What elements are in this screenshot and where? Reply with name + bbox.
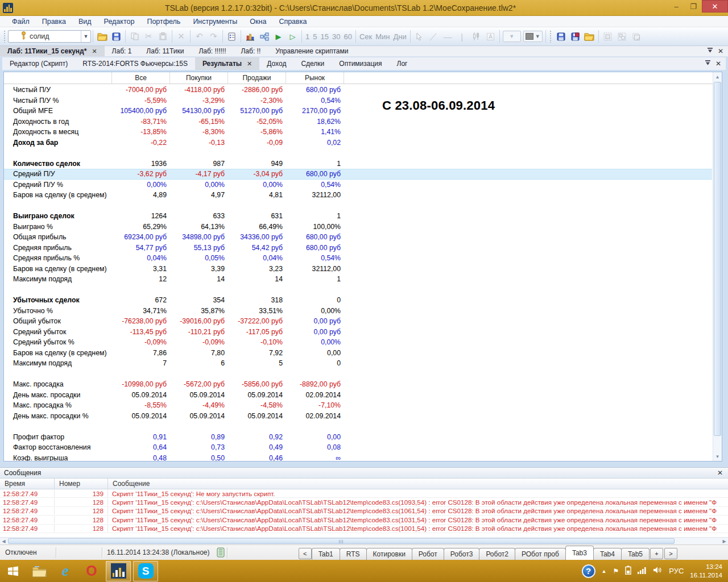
battery-icon[interactable] [625, 566, 631, 576]
message-row[interactable]: 12:58:27.49128Скрипт '11Тики_15 секунд':… [0, 525, 728, 533]
workspace-tab[interactable]: Tab1 [312, 548, 340, 560]
document-tab[interactable]: Сделки [293, 57, 332, 70]
column-header[interactable]: Продажи [228, 72, 286, 84]
add-tab-button[interactable]: + [650, 548, 663, 559]
menu-item[interactable]: Файл [6, 16, 36, 27]
instrument-selector[interactable]: солид ▼ [8, 30, 91, 43]
tray-clock[interactable]: 13:24 16.11.2014 [690, 563, 722, 580]
horizontal-scrollbar[interactable]: ◀ ▶ [0, 537, 728, 544]
workspace-tab[interactable]: Робот [412, 548, 444, 560]
document-tab[interactable]: RTS-2014:FORTS Фьючерсы:15S [75, 57, 195, 70]
action-center-flag-icon[interactable]: ⚑ [613, 567, 619, 575]
menu-item[interactable]: Справка [272, 16, 313, 27]
timeframe-button[interactable]: 5 [311, 32, 318, 41]
timeframe-unit-button[interactable]: Мин [374, 32, 391, 41]
start-button[interactable] [0, 560, 26, 582]
tabs-scroll-right-button[interactable]: > [664, 548, 677, 559]
lab-tab[interactable]: Лаб: !!!!!! [191, 46, 233, 56]
table-row[interactable]: Фактор восстановления0,640,730,490,08 [4, 442, 712, 453]
tabs-scroll-left-button[interactable]: < [299, 548, 312, 559]
message-row[interactable]: 12:58:27.49128Скрипт '11Тики_15 секунд':… [0, 498, 728, 506]
table-row[interactable]: Максимум подряд7650 [4, 358, 712, 369]
table-row[interactable]: Выиграно сделок12646336311 [4, 211, 712, 222]
scrollbar-thumb[interactable] [714, 82, 721, 436]
table-row[interactable]: Общая прибыль69234,00 руб34898,00 руб343… [4, 232, 712, 243]
lab-tab[interactable]: Лаб: 1 [105, 46, 139, 56]
network-signal-icon[interactable] [638, 566, 647, 576]
timeframe-button[interactable]: 30 [330, 32, 342, 41]
table-row[interactable]: Доходность в год-83,71%-65,15%-52,05%18,… [4, 117, 712, 127]
column-header-message[interactable]: Сообщение [108, 479, 728, 489]
menu-item[interactable]: Вид [72, 16, 98, 27]
scroll-left-icon[interactable]: ◀ [0, 538, 7, 544]
timeframe-button[interactable]: 60 [342, 32, 353, 41]
pin-panel-icon[interactable] [705, 60, 711, 68]
workspace-tab[interactable]: Котировки [366, 548, 412, 560]
language-indicator[interactable]: РУС [669, 567, 684, 575]
document-tab[interactable]: Доход [259, 57, 293, 70]
workspace-tab[interactable]: Tab4 [593, 548, 622, 560]
close-tab-icon[interactable]: ✕ [247, 60, 252, 68]
table-row[interactable]: Баров на сделку (в среднем)3,313,393,233… [4, 264, 712, 275]
column-header[interactable]: Рынок [286, 72, 344, 84]
table-row[interactable]: Коэф. выигрыша0,480,500,46∞ [4, 453, 712, 462]
close-tab-icon[interactable]: ✕ [92, 48, 97, 55]
column-header[interactable]: Все [112, 72, 170, 84]
tray-expand-icon[interactable]: ▲ [602, 568, 607, 574]
message-row[interactable]: 12:58:27.49139Скрипт '11Тики_15 секунд':… [0, 489, 728, 498]
table-row[interactable]: Средний убыток-113,45 руб-110,21 руб-117… [4, 327, 712, 338]
chevron-down-icon[interactable]: ▼ [81, 31, 90, 42]
workspace-tab[interactable]: Робот2 [479, 548, 515, 560]
help-icon[interactable]: ? [582, 564, 595, 578]
table-row[interactable]: Макс. просадка %-8,55%-4,49%-4,58%-7,10% [4, 400, 712, 411]
color-picker-button[interactable]: ▼ [523, 31, 543, 42]
toolbar-grip[interactable] [3, 30, 6, 43]
timeframe-button[interactable]: 15 [318, 32, 330, 41]
skype-taskbar-button[interactable]: S [133, 561, 158, 581]
lab-tab[interactable]: Управление скриптами [268, 46, 355, 56]
workspace-tab[interactable]: Tab3 [565, 546, 594, 560]
menu-item[interactable]: Инструменты [187, 16, 243, 27]
table-row[interactable]: Количество сделок19369879491 [4, 159, 712, 169]
close-panel-icon[interactable]: ✕ [715, 60, 721, 68]
table-row[interactable]: Средняя прибыль %0,04%0,05%0,04%0,54% [4, 253, 712, 264]
run-step-button[interactable]: ▷ [286, 30, 300, 43]
table-row[interactable]: Убыточных сделок6723543180 [4, 295, 712, 306]
table-row[interactable]: Доходность в месяц-13,85%-8,30%-5,86%1,4… [4, 127, 712, 138]
tslab-taskbar-button[interactable] [106, 561, 131, 581]
table-row[interactable]: Чистый П/У-7004,00 руб-4118,00 руб-2886,… [4, 85, 712, 95]
lab-tab[interactable]: Лаб: 11Тики [139, 46, 191, 56]
properties-button[interactable] [225, 30, 239, 43]
menu-item[interactable]: Портфель [140, 16, 187, 27]
timeframe-unit-button[interactable]: Дни [391, 32, 408, 41]
table-row[interactable]: Баров на сделку (в среднем)4,894,974,813… [4, 190, 712, 201]
table-row[interactable]: Доход за бар-0,22-0,13-0,090,02 [4, 138, 712, 148]
table-row[interactable]: Средний П/У-3,62 руб-4,17 руб-3,04 руб68… [4, 169, 712, 180]
table-row[interactable]: Выиграно %65,29%64,13%66,49%100,00% [4, 222, 712, 232]
menu-item[interactable]: Правка [36, 16, 72, 27]
menu-item[interactable]: Окна [243, 16, 272, 27]
save-layout-button[interactable] [554, 30, 568, 43]
log-icon[interactable] [214, 547, 227, 558]
run-button[interactable]: ▶ [271, 30, 286, 43]
workspace-tab[interactable]: Робот3 [444, 548, 480, 560]
save-button[interactable] [109, 30, 123, 43]
timeframe-unit-button[interactable]: Сек [358, 32, 374, 41]
message-row[interactable]: 12:58:27.49128Скрипт '11Тики_15 секунд':… [0, 516, 728, 524]
line-width-selector[interactable]: ▼ [503, 31, 521, 42]
table-row[interactable]: Макс. просадка-10998,00 руб-5672,00 руб-… [4, 379, 712, 390]
document-tab[interactable]: Редактор (Скрипт) [2, 57, 75, 70]
document-tab[interactable]: Лог [390, 57, 415, 70]
table-row[interactable]: Общий убыток-76238,00 руб-39016,00 руб-3… [4, 316, 712, 327]
table-row[interactable]: Средний П/У %0,00%0,00%0,00%0,54% [4, 180, 712, 190]
message-row[interactable]: 12:58:27.49128Скрипт '11Тики_15 секунд':… [0, 507, 728, 516]
workspace-tab[interactable]: Tab5 [621, 548, 650, 560]
open-button[interactable] [95, 30, 109, 43]
column-header[interactable]: Покупки [170, 72, 228, 84]
table-row[interactable]: День макс. просадки05.09.201405.09.20140… [4, 390, 712, 401]
table-row[interactable]: Чистый П/У %-5,59%-3,29%-2,30%0,54% [4, 95, 712, 106]
save-as-button[interactable] [568, 30, 582, 43]
workspace-tab[interactable]: RTS [340, 548, 367, 560]
lab-tab[interactable]: Лаб: !! [233, 46, 268, 56]
internet-explorer-button[interactable]: e [52, 560, 78, 582]
